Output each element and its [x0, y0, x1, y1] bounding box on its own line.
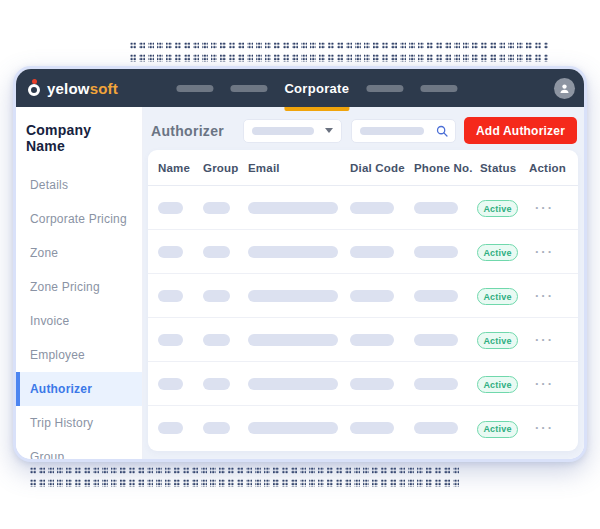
- person-icon: [558, 82, 571, 95]
- email-cell-placeholder: [248, 334, 338, 346]
- status-badge: Active: [477, 332, 518, 349]
- dial-code-cell-placeholder: [350, 422, 394, 434]
- tab-corporate[interactable]: Corporate: [284, 69, 349, 107]
- brand-logo-text: yelowsoft: [47, 80, 118, 97]
- search-input[interactable]: [351, 119, 456, 143]
- more-options-icon[interactable]: ···: [535, 379, 568, 389]
- phone-no-cell-placeholder: [414, 378, 458, 390]
- status-badge: Active: [477, 200, 518, 217]
- sidebar-item-zone-pricing[interactable]: Zone Pricing: [16, 270, 142, 304]
- name-cell-placeholder: [158, 422, 183, 434]
- column-header-email: Email: [248, 162, 350, 174]
- name-cell-placeholder: [158, 378, 183, 390]
- authorizer-table: NameGroupEmailDial CodePhone No.StatusAc…: [148, 150, 578, 451]
- sidebar-item-authorizer[interactable]: Authorizer: [16, 372, 142, 406]
- top-navigation: Corporate: [176, 69, 457, 107]
- sidebar-item-label: Trip History: [30, 416, 93, 430]
- sidebar-item-details[interactable]: Details: [16, 168, 142, 202]
- table-row: Active ···: [148, 274, 578, 318]
- sidebar-item-label: Authorizer: [30, 382, 92, 396]
- email-cell-placeholder: [248, 290, 338, 302]
- status-badge: Active: [477, 376, 518, 393]
- app-window: yelowsoft Corporate Company Name Details…: [13, 66, 587, 462]
- phone-no-cell-placeholder: [414, 246, 458, 258]
- main-header: Authorizer Add Authorizer: [143, 107, 584, 150]
- name-cell-placeholder: [158, 334, 183, 346]
- group-cell-placeholder: [203, 290, 230, 302]
- page-title: Authorizer: [151, 123, 224, 139]
- email-cell-placeholder: [248, 246, 338, 258]
- dial-code-cell-placeholder: [350, 378, 394, 390]
- window-body: Company Name Details Corporate Pricing Z…: [16, 107, 584, 462]
- email-cell-placeholder: [248, 378, 338, 390]
- brand-logo: yelowsoft: [28, 79, 118, 97]
- sidebar-item-label: Invoice: [30, 314, 69, 328]
- status-badge: Active: [477, 288, 518, 305]
- phone-no-cell-placeholder: [414, 290, 458, 302]
- dropdown-placeholder: [252, 127, 314, 135]
- nav-placeholders-right: [366, 85, 457, 92]
- user-avatar[interactable]: [554, 78, 575, 99]
- more-options-icon[interactable]: ···: [535, 291, 568, 301]
- sidebar-item-label: Details: [30, 178, 68, 192]
- table-body: Active ··· Active ··· Active ··· Active …: [148, 186, 578, 450]
- nav-item-placeholder[interactable]: [366, 85, 403, 92]
- dial-code-cell-placeholder: [350, 202, 394, 214]
- column-header-action: Action: [529, 162, 568, 174]
- dial-code-cell-placeholder: [350, 246, 394, 258]
- more-options-icon[interactable]: ···: [535, 335, 568, 345]
- sidebar-item-group[interactable]: Group: [16, 440, 142, 462]
- sidebar-item-trip-history[interactable]: Trip History: [16, 406, 142, 440]
- column-header-group: Group: [203, 162, 248, 174]
- sidebar-item-employee[interactable]: Employee: [16, 338, 142, 372]
- column-header-phone-no-: Phone No.: [414, 162, 480, 174]
- email-cell-placeholder: [248, 202, 338, 214]
- main-content: Authorizer Add Authorizer: [143, 107, 584, 462]
- yelowsoft-logo-icon: [28, 79, 41, 97]
- email-cell-placeholder: [248, 422, 338, 434]
- group-cell-placeholder: [203, 246, 230, 258]
- name-cell-placeholder: [158, 290, 183, 302]
- nav-item-placeholder[interactable]: [230, 85, 267, 92]
- group-cell-placeholder: [203, 422, 230, 434]
- page-canvas: yelowsoft Corporate Company Name Details…: [0, 0, 600, 529]
- app-bar: yelowsoft Corporate: [16, 69, 584, 107]
- group-cell-placeholder: [203, 378, 230, 390]
- decorative-dot-band-top: [130, 42, 548, 62]
- sidebar-item-label: Zone: [30, 246, 58, 260]
- sidebar-item-invoice[interactable]: Invoice: [16, 304, 142, 338]
- nav-item-placeholder[interactable]: [176, 85, 213, 92]
- sidebar-item-label: Group: [30, 450, 64, 462]
- sidebar: Company Name Details Corporate Pricing Z…: [16, 107, 143, 462]
- dial-code-cell-placeholder: [350, 334, 394, 346]
- group-cell-placeholder: [203, 334, 230, 346]
- table-row: Active ···: [148, 230, 578, 274]
- sidebar-item-label: Zone Pricing: [30, 280, 100, 294]
- table-row: Active ···: [148, 362, 578, 406]
- status-badge: Active: [477, 421, 518, 438]
- decorative-dot-band-bottom: [30, 467, 462, 487]
- column-header-dial-code: Dial Code: [350, 162, 414, 174]
- search-placeholder: [360, 127, 424, 135]
- column-header-name: Name: [158, 162, 203, 174]
- add-authorizer-button[interactable]: Add Authorizer: [464, 117, 577, 144]
- company-name-title: Company Name: [26, 122, 132, 154]
- table-row: Active ···: [148, 406, 578, 450]
- sidebar-item-label: Corporate Pricing: [30, 212, 127, 226]
- sidebar-item-label: Employee: [30, 348, 85, 362]
- search-icon: [435, 124, 449, 138]
- nav-item-placeholder[interactable]: [420, 85, 457, 92]
- dial-code-cell-placeholder: [350, 290, 394, 302]
- phone-no-cell-placeholder: [414, 202, 458, 214]
- filter-dropdown[interactable]: [243, 119, 342, 143]
- group-cell-placeholder: [203, 202, 230, 214]
- more-options-icon[interactable]: ···: [535, 423, 568, 433]
- phone-no-cell-placeholder: [414, 422, 458, 434]
- sidebar-item-zone[interactable]: Zone: [16, 236, 142, 270]
- sidebar-nav: Details Corporate Pricing Zone Zone Pric…: [16, 168, 142, 462]
- more-options-icon[interactable]: ···: [535, 203, 568, 213]
- sidebar-item-corporate-pricing[interactable]: Corporate Pricing: [16, 202, 142, 236]
- name-cell-placeholder: [158, 246, 183, 258]
- more-options-icon[interactable]: ···: [535, 247, 568, 257]
- nav-placeholders-left: [176, 85, 267, 92]
